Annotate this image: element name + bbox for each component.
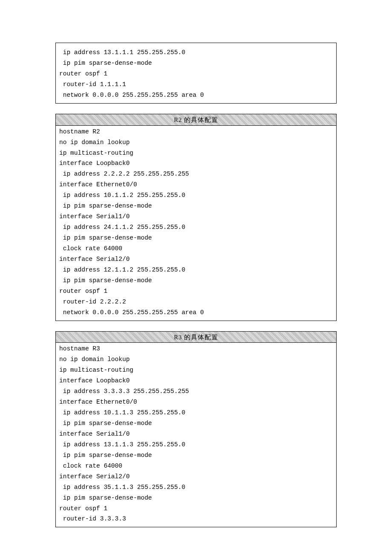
config-block-r1-continued: ip address 13.1.1.1 255.255.255.0 ip pim…	[55, 43, 337, 104]
config-block-r3: R3 的具体配置 hostname R3 no ip domain lookup…	[55, 331, 337, 528]
config-header-r3: R3 的具体配置	[56, 332, 336, 343]
config-body-r2: hostname R2 no ip domain lookup ip multi…	[56, 126, 336, 321]
document-page: ip address 13.1.1.1 255.255.255.0 ip pim…	[0, 0, 392, 555]
config-body-r3: hostname R3 no ip domain lookup ip multi…	[56, 343, 336, 527]
config-header-r2: R2 的具体配置	[56, 114, 336, 126]
config-block-r2: R2 的具体配置 hostname R2 no ip domain lookup…	[55, 114, 337, 321]
config-body-r1: ip address 13.1.1.1 255.255.255.0 ip pim…	[56, 43, 336, 103]
